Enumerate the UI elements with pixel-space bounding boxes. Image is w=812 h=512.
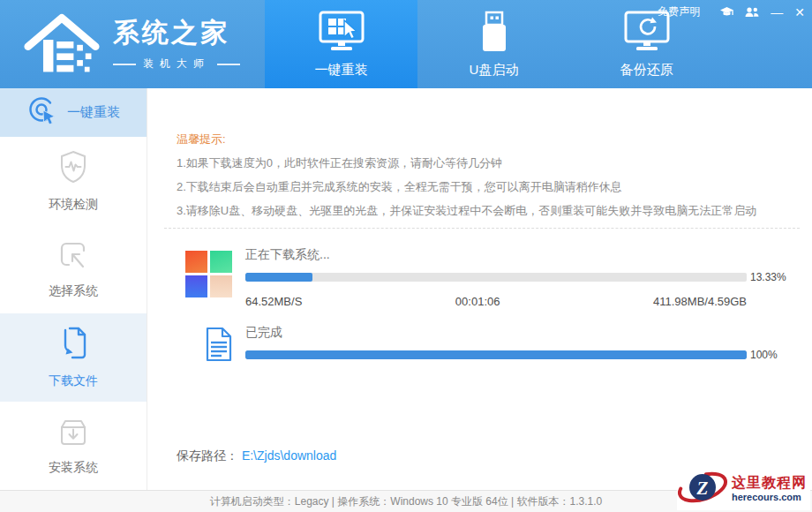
tab-label: 备份还原 (620, 62, 673, 79)
document-icon (205, 327, 233, 365)
tab-label: U盘启动 (470, 62, 519, 79)
install-system-icon (57, 416, 89, 451)
download-elapsed-time: 00:01:06 (455, 295, 500, 308)
logo-rule-left (113, 64, 136, 65)
logo-subtitle: 装机大师 (143, 56, 210, 72)
sidebar-item-download-file[interactable]: 下载文件 (0, 313, 147, 402)
sidebar-item-label: 一键重装 (67, 104, 120, 121)
tip-line: 3.请移除U盘、移动硬盘、光驱里的光盘，并保证安装过程中不会断电，否则重装可能失… (177, 199, 756, 222)
watermark-title: 这里教程网 (732, 475, 807, 491)
one-key-reinstall-icon (26, 95, 58, 131)
shield-pulse-icon (57, 149, 89, 188)
save-path-row: 保存路径： E:\Zjds\download (177, 448, 336, 464)
tips-block: 温馨提示: 1.如果下载速度为0，此时软件正在搜索资源，请耐心等待几分钟 2.下… (177, 127, 756, 222)
customer-service-cap-icon[interactable] (720, 6, 733, 19)
sidebar-item-label: 下载文件 (49, 373, 98, 389)
sidebar-item-label: 环境检测 (49, 197, 98, 213)
app-logo: 系统之家 装机大师 (23, 11, 240, 76)
main-panel: 温馨提示: 1.如果下载速度为0，此时软件正在搜索资源，请耐心等待几分钟 2.下… (148, 88, 812, 490)
completed-status-title: 已完成 (245, 325, 812, 341)
tab-usb-boot[interactable]: U盘启动 (417, 0, 570, 88)
tip-line: 2.下载结束后会自动重启并完成系统的安装，全程无需干预，您可以离开电脑请稍作休息 (177, 175, 756, 199)
download-speed: 64.52MB/S (245, 295, 302, 308)
sidebar-item-label: 选择系统 (49, 283, 98, 299)
select-system-icon (57, 239, 89, 275)
users-group-icon[interactable] (745, 6, 759, 19)
sidebar-item-environment-check[interactable]: 环境检测 (0, 137, 147, 225)
download-progress-block: 正在下载系统... 13.33% 64.52MB/S 00:01:06 411.… (148, 247, 812, 308)
logo-title: 系统之家 (113, 15, 240, 51)
watermark-z-badge-icon: Z (677, 469, 728, 509)
logo-rule-right (217, 64, 240, 65)
sidebar-item-install-system[interactable]: 安装系统 (0, 402, 147, 490)
header: 系统之家 装机大师 (0, 0, 812, 88)
header-tabs: 一键重装 U盘启动 (265, 0, 723, 88)
dashed-separator (164, 228, 800, 229)
close-button[interactable]: ✕ (794, 6, 805, 19)
sidebar-item-select-system[interactable]: 选择系统 (0, 225, 147, 313)
status-bar-text: 计算机启动类型：Legacy | 操作系统：Windows 10 专业版 64位… (210, 494, 602, 509)
save-path-link[interactable]: E:\Zjds\download (242, 448, 336, 463)
tab-one-key-reinstall[interactable]: 一键重装 (265, 0, 417, 88)
completed-progress-block: 已完成 100% (148, 325, 812, 361)
download-progress-bar (245, 273, 747, 282)
monitor-windows-cursor-icon (318, 11, 365, 56)
completed-percent-label: 100% (750, 349, 778, 361)
window-controls: 免费声明 — ✕ (658, 4, 805, 19)
sidebar-item-label: 安装系统 (49, 460, 98, 476)
app-window: 系统之家 装机大师 (0, 0, 812, 512)
download-file-icon (57, 326, 89, 365)
tip-line: 1.如果下载速度为0，此时软件正在搜索资源，请耐心等待几分钟 (177, 151, 756, 175)
watermark-domain: herecours.com (732, 492, 801, 503)
svg-text:Z: Z (696, 478, 709, 499)
house-logo-icon (23, 11, 101, 76)
tips-title: 温馨提示: (177, 127, 756, 151)
download-percent-label: 13.33% (750, 271, 786, 283)
completed-progress-fill (245, 350, 747, 359)
usb-drive-icon (470, 11, 518, 56)
download-stats-row: 64.52MB/S 00:01:06 411.98MB/4.59GB (245, 295, 747, 308)
download-status-title: 正在下载系统... (245, 247, 812, 263)
windows-color-logo-icon (185, 251, 232, 297)
completed-progress-bar (245, 350, 747, 359)
download-size: 411.98MB/4.59GB (653, 295, 747, 308)
sidebar-item-one-key-reinstall[interactable]: 一键重装 (0, 88, 147, 137)
watermark-logo: Z 这里教程网 herecours.com (677, 468, 810, 510)
download-progress-fill (245, 273, 312, 282)
minimize-button[interactable]: — (771, 6, 783, 19)
save-path-label: 保存路径： (177, 448, 238, 463)
tab-label: 一键重装 (315, 62, 368, 79)
sidebar: 一键重装 环境检测 选择系统 (0, 88, 147, 490)
free-statement-link[interactable]: 免费声明 (658, 4, 700, 19)
